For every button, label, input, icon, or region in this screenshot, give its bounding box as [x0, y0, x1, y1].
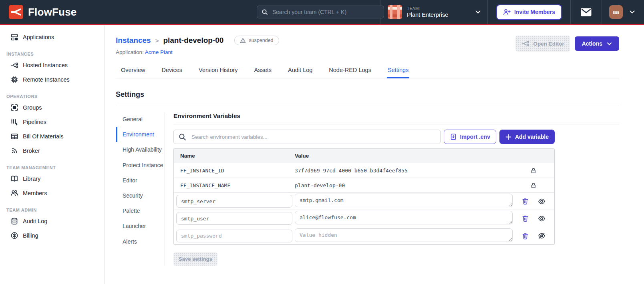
toggle-visibility-button[interactable]: [538, 232, 545, 239]
sidebar: Applications INSTANCES Hosted Instances …: [0, 25, 105, 284]
env-var-name-input[interactable]: [176, 212, 292, 225]
env-var-name: FF_INSTANCE_NAME: [174, 182, 295, 188]
save-settings-button[interactable]: Save settings: [173, 252, 217, 266]
instance-tabs: Overview Devices Version History Assets …: [116, 63, 619, 78]
open-editor-button[interactable]: Open Editor: [515, 36, 570, 52]
sidebar-item-label: Applications: [23, 34, 54, 40]
sidebar-item-pipelines[interactable]: Pipelines: [0, 115, 104, 129]
sidebar-item-applications[interactable]: Applications: [0, 30, 104, 44]
user-avatar: aa: [609, 5, 623, 19]
delete-variable-button[interactable]: [522, 232, 529, 240]
delete-variable-button[interactable]: [522, 215, 529, 222]
eye-off-icon: [538, 232, 545, 239]
main-content: Instances > plant-develop-00 suspended A…: [105, 25, 644, 284]
audit-log-icon: [10, 217, 18, 225]
import-env-button[interactable]: Import .env: [444, 130, 496, 144]
broker-icon: [10, 147, 18, 155]
settings-nav-palette[interactable]: Palette: [116, 203, 165, 218]
import-icon: [450, 133, 457, 140]
sidebar-item-label: Groups: [23, 104, 42, 111]
tab-overview[interactable]: Overview: [120, 63, 146, 78]
breadcrumb: Instances > plant-develop-00 suspended: [116, 36, 279, 45]
user-plus-icon: [503, 8, 511, 16]
team-selector[interactable]: TEAM: Plant Enterprise: [380, 0, 487, 24]
trash-icon: [522, 215, 529, 222]
settings-divider: [116, 105, 619, 105]
settings-nav-general[interactable]: General: [116, 112, 165, 127]
sidebar-item-bill-of-materials[interactable]: Bill Of Materials: [0, 129, 104, 144]
env-var-value-input[interactable]: alice@flowfuse.com: [295, 211, 513, 224]
column-header-value: Value: [295, 153, 513, 159]
groups-icon: [10, 104, 18, 112]
table-header: Name Value: [174, 149, 554, 163]
navbar: FlowFuse TEAM: Plant Enterprise: [0, 0, 644, 24]
settings-nav-protect-instance[interactable]: Protect Instance: [116, 158, 165, 173]
invite-members-button[interactable]: Invite Members: [497, 5, 561, 20]
sidebar-item-label: Audit Log: [23, 218, 47, 224]
add-variable-label: Add variable: [515, 134, 549, 140]
search-icon: [179, 133, 186, 141]
env-search[interactable]: [173, 130, 441, 144]
settings-nav-launcher[interactable]: Launcher: [116, 218, 165, 234]
sidebar-item-library[interactable]: Library: [0, 172, 104, 186]
lock-icon: [531, 168, 536, 174]
chevron-down-icon: [607, 42, 612, 46]
import-env-label: Import .env: [460, 134, 490, 140]
env-var-name: FF_INSTANCE_ID: [174, 168, 295, 174]
tab-devices[interactable]: Devices: [161, 63, 183, 78]
sidebar-item-billing[interactable]: Billing: [0, 228, 104, 243]
env-search-input[interactable]: [191, 134, 435, 140]
sidebar-item-audit-log[interactable]: Audit Log: [0, 214, 104, 228]
notifications-button[interactable]: [570, 0, 602, 24]
settings-nav-high-availability[interactable]: High Availability: [116, 142, 165, 157]
sidebar-item-label: Bill Of Materials: [23, 133, 64, 140]
application-link[interactable]: Acme Plant: [145, 49, 173, 55]
tab-node-red-logs[interactable]: Node-RED Logs: [328, 63, 372, 78]
table-row: smtp.gmail.com: [174, 193, 554, 210]
breadcrumb-instances-link[interactable]: Instances: [116, 36, 151, 45]
settings-nav-environment[interactable]: Environment: [116, 127, 165, 142]
application-label: Application:: [116, 49, 144, 55]
toggle-visibility-button[interactable]: [538, 215, 545, 222]
sidebar-item-label: Library: [23, 176, 40, 182]
env-var-value-input[interactable]: [295, 228, 513, 242]
tab-version-history[interactable]: Version History: [198, 63, 239, 78]
actions-button[interactable]: Actions: [575, 36, 619, 51]
navbar-right: TEAM: Plant Enterprise Invite Members: [380, 0, 644, 24]
tab-settings[interactable]: Settings: [387, 63, 409, 78]
library-icon: [10, 175, 18, 183]
sidebar-item-groups[interactable]: Groups: [0, 100, 104, 115]
settings-nav: General Environment High Availability Pr…: [116, 109, 165, 266]
environment-title-divider: [173, 124, 619, 124]
toggle-visibility-button[interactable]: [538, 198, 545, 205]
sidebar-item-members[interactable]: Members: [0, 186, 104, 200]
page-title: plant-develop-00: [163, 36, 223, 45]
env-var-value-input[interactable]: smtp.gmail.com: [295, 194, 513, 207]
env-var-name-input[interactable]: [176, 230, 292, 242]
brand[interactable]: FlowFuse: [9, 5, 77, 19]
tab-assets[interactable]: Assets: [254, 63, 273, 78]
settings-nav-alerts[interactable]: Alerts: [116, 234, 165, 249]
env-var-value: 37f7d969-97cd-4000-b650-b3d4f4eef855: [295, 168, 513, 174]
sidebar-item-label: Billing: [23, 232, 38, 239]
user-menu[interactable]: aa: [602, 0, 644, 24]
env-var-name-input[interactable]: [176, 195, 292, 208]
search-input[interactable]: [272, 8, 379, 16]
sidebar-item-hosted-instances[interactable]: Hosted Instances: [0, 58, 104, 72]
sidebar-item-label: Remote Instances: [23, 76, 70, 83]
delete-variable-button[interactable]: [522, 198, 529, 205]
settings-nav-editor[interactable]: Editor: [116, 173, 165, 188]
table-row: FF_INSTANCE_ID 37f7d969-97cd-4000-b650-b…: [174, 163, 554, 178]
team-search[interactable]: [257, 6, 384, 18]
tab-audit-log[interactable]: Audit Log: [287, 63, 313, 78]
sidebar-item-label: Pipelines: [23, 119, 46, 125]
settings-title: Settings: [116, 90, 619, 99]
add-variable-button[interactable]: Add variable: [499, 130, 555, 144]
sidebar-item-broker[interactable]: Broker: [0, 144, 104, 158]
settings-nav-security[interactable]: Security: [116, 188, 165, 203]
chevron-down-icon: [475, 10, 481, 14]
status-badge-label: suspended: [249, 38, 273, 43]
trash-icon: [522, 232, 529, 240]
sidebar-item-remote-instances[interactable]: Remote Instances: [0, 72, 104, 87]
chevron-down-icon: [629, 10, 635, 14]
